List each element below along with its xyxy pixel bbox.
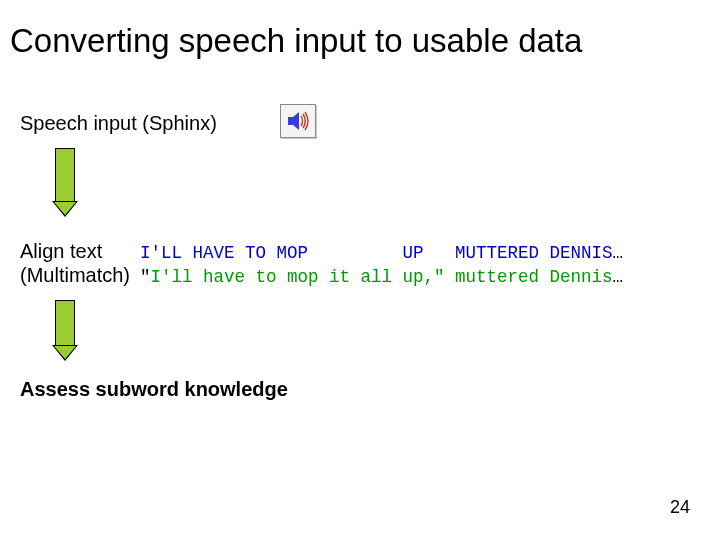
aligned-r2-post: … [613, 267, 624, 287]
page-number: 24 [670, 497, 690, 518]
aligned-row-reference: "I'll have to mop it all up," muttered D… [140, 267, 623, 287]
aligned-r2-pre: " [140, 267, 151, 287]
slide-title: Converting speech input to usable data [10, 22, 582, 60]
aligned-row-recognized: I'LL HAVE TO MOP UP MUTTERED DENNIS… [140, 243, 623, 263]
label-assess-subword: Assess subword knowledge [20, 378, 288, 401]
aligned-r1-text: I'LL HAVE TO MOP UP MUTTERED DENNIS [140, 243, 613, 263]
speaker-icon[interactable] [280, 104, 316, 138]
aligned-r1-post: … [613, 243, 624, 263]
svg-marker-1 [293, 112, 299, 130]
aligned-r2-text: I'll have to mop it all up," muttered De… [151, 267, 613, 287]
arrow-down-2 [52, 300, 78, 361]
label-align-text: Align text [20, 240, 102, 263]
svg-rect-0 [288, 117, 293, 125]
label-speech-input: Speech input (Sphinx) [20, 112, 217, 135]
arrow-down-1 [52, 148, 78, 217]
label-multimatch: (Multimatch) [20, 264, 130, 287]
